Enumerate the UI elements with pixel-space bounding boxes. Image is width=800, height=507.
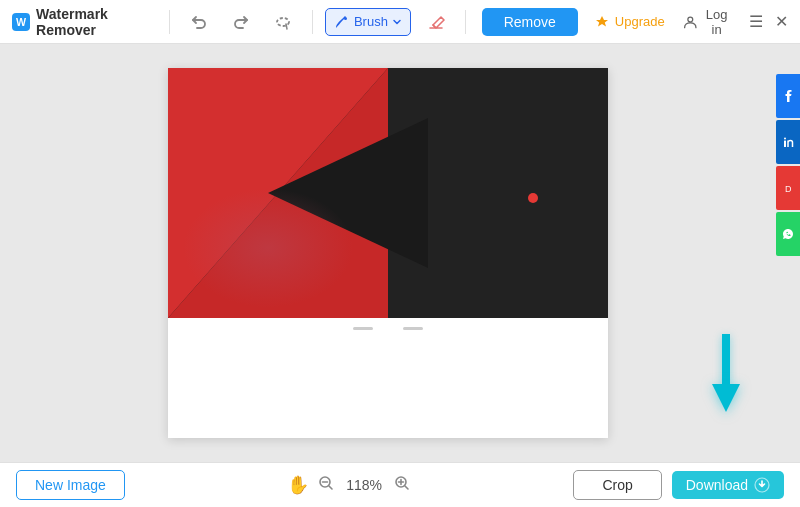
erase-button[interactable] (419, 8, 453, 36)
generic-share-button[interactable]: D (776, 166, 800, 210)
image-area[interactable] (168, 68, 608, 318)
download-button[interactable]: Download (672, 471, 784, 499)
whatsapp-icon (782, 228, 794, 240)
app-name: Watermark Remover (36, 6, 147, 38)
download-icon (754, 477, 770, 493)
sep1 (169, 10, 170, 34)
paper-bottom (168, 336, 608, 438)
main-canvas-area: D (0, 44, 800, 462)
upgrade-label: Upgrade (615, 14, 665, 29)
zoom-value: 118% (343, 477, 385, 493)
scroll-dot-1 (353, 327, 373, 330)
arrow-head (712, 384, 740, 412)
brush-icon (334, 14, 350, 30)
titlebar: W Watermark Remover Brush (0, 0, 800, 44)
login-button[interactable]: Log in (683, 7, 731, 37)
svg-point-3 (344, 17, 347, 20)
linkedin-share-button[interactable] (776, 120, 800, 164)
app-logo-icon: W (12, 11, 30, 33)
new-image-button[interactable]: New Image (16, 470, 125, 500)
art-speckle (168, 178, 368, 318)
redo-icon (232, 13, 250, 31)
undo-button[interactable] (182, 8, 216, 36)
download-label: Download (686, 477, 748, 493)
facebook-share-button[interactable] (776, 74, 800, 118)
bottom-toolbar: New Image ✋ 118% Crop Download (0, 462, 800, 507)
crop-button[interactable]: Crop (573, 470, 661, 500)
lasso-icon (274, 13, 292, 31)
image-paper (168, 68, 608, 438)
svg-point-6 (784, 137, 786, 139)
redo-button[interactable] (224, 8, 258, 36)
side-panel: D (776, 44, 800, 462)
sep2 (312, 10, 313, 34)
window-controls: ☰ ✕ (749, 14, 788, 30)
whatsapp-share-button[interactable] (776, 212, 800, 256)
remove-button[interactable]: Remove (482, 8, 578, 36)
brush-label: Brush (354, 14, 388, 29)
close-button[interactable]: ✕ (775, 14, 788, 30)
svg-text:D: D (785, 184, 792, 194)
download-arrow-indicator (712, 334, 740, 412)
canvas-container (0, 44, 776, 462)
zoom-controls: ✋ 118% (287, 474, 411, 496)
login-label: Log in (702, 7, 731, 37)
art-dot (528, 193, 538, 203)
brush-button[interactable]: Brush (325, 8, 411, 36)
svg-point-2 (277, 18, 289, 26)
svg-point-4 (688, 17, 693, 22)
brush-chevron-icon (392, 17, 402, 27)
abstract-art (168, 68, 608, 318)
zoom-out-icon[interactable] (317, 474, 335, 496)
undo-icon (190, 13, 208, 31)
svg-rect-5 (784, 140, 786, 147)
zoom-in-icon[interactable] (393, 474, 411, 496)
menu-button[interactable]: ☰ (749, 14, 763, 30)
upgrade-icon (594, 14, 610, 30)
app-logo: W Watermark Remover (12, 6, 147, 38)
scroll-dot-2 (403, 327, 423, 330)
user-icon (683, 13, 698, 31)
erase-icon (427, 13, 445, 31)
upgrade-button[interactable]: Upgrade (594, 14, 665, 30)
lasso-button[interactable] (266, 8, 300, 36)
hand-tool-icon[interactable]: ✋ (287, 474, 309, 496)
arrow-stem (722, 334, 730, 384)
svg-text:W: W (16, 16, 27, 28)
facebook-icon (783, 89, 793, 103)
share-icon: D (783, 183, 794, 194)
scroll-indicators (353, 320, 423, 336)
linkedin-icon (783, 137, 794, 148)
sep3 (465, 10, 466, 34)
